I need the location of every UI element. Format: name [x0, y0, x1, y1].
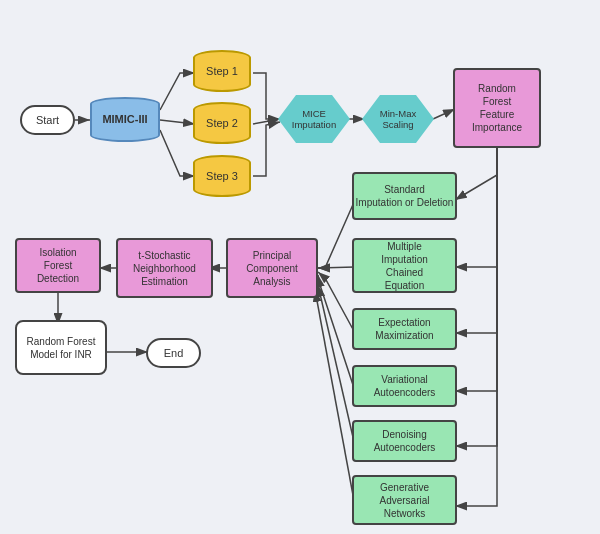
svg-line-5	[433, 109, 455, 119]
pca-node: PrincipalComponentAnalysis	[226, 238, 318, 298]
svg-line-3	[253, 119, 280, 124]
exp-max-node: ExpectationMaximization	[352, 308, 457, 350]
end-node: End	[146, 338, 201, 368]
minmax-node: Min-MaxScaling	[362, 95, 434, 143]
var-auto-node: VariationalAutoencoders	[352, 365, 457, 407]
svg-line-6	[318, 267, 355, 268]
std-imp-node: StandardImputation or Deletion	[352, 172, 457, 220]
start-node: Start	[20, 105, 75, 135]
mice-node: MICEImputation	[278, 95, 350, 143]
tsne-node: t-StochasticNeighborhoodEstimation	[116, 238, 213, 298]
step1-node: Step 1	[193, 50, 251, 92]
isolation-node: IsolationForestDetection	[15, 238, 101, 293]
step3-node: Step 3	[193, 155, 251, 197]
rf-feature-node: RandomForestFeatureImportance	[453, 68, 541, 148]
rf-model-node: Random ForestModel for INR	[15, 320, 107, 375]
denoise-node: DenoisingAutoencoders	[352, 420, 457, 462]
svg-line-2	[160, 120, 195, 124]
gan-node: GenerativeAdversarialNetworks	[352, 475, 457, 525]
mimic-node: MIMIC-III	[90, 97, 160, 142]
diagram: Start MIMIC-III Step 1 Step 2 Step 3 MIC…	[0, 0, 600, 534]
mice-chain-node: MultipleImputationChainedEquation	[352, 238, 457, 293]
step2-node: Step 2	[193, 102, 251, 144]
